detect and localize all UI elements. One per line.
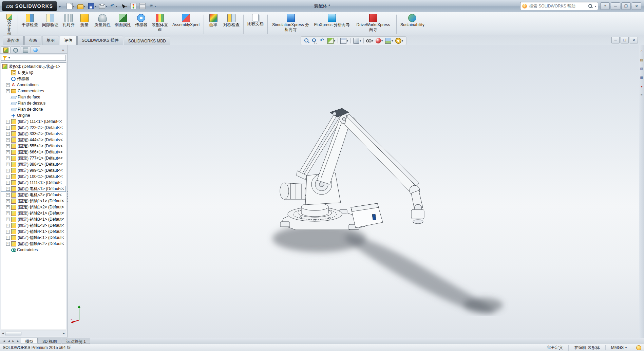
expand-icon[interactable]: +: [6, 126, 10, 130]
nav-first-button[interactable]: |◀: [1, 338, 6, 344]
tree-item[interactable]: +(固定) 销轴1<2> (Défaut<: [1, 204, 66, 210]
panel-tab-displaymanager[interactable]: [31, 47, 40, 53]
tree-filter-input[interactable]: [11, 56, 64, 60]
search-box[interactable]: ▾: [520, 2, 598, 10]
driveworksxpress-button[interactable]: DriveWorksXpress 向导: [352, 13, 394, 36]
assemblyxpert-button[interactable]: AssemblyXpert: [171, 13, 202, 36]
tree-item[interactable]: +(固定) 444<1> (Défaut<<: [1, 137, 66, 143]
expand-icon[interactable]: +: [6, 230, 10, 234]
status-icon[interactable]: [636, 345, 641, 350]
symmetry-check-button[interactable]: 对称检查: [222, 13, 241, 36]
tree-item[interactable]: +(固定) 777<1> (Défaut<<: [1, 155, 66, 161]
expand-icon[interactable]: +: [6, 199, 10, 203]
apply-scene-button[interactable]: ▾: [384, 38, 394, 44]
simulationxpress-button[interactable]: SimulationXpress 分析向导: [270, 13, 312, 36]
tree-item[interactable]: +(固定) 销轴4<1> (Défaut<: [1, 228, 66, 235]
edit-appearance-button[interactable]: ▾: [375, 38, 383, 43]
taskpane-file-explorer-button[interactable]: ▨: [640, 66, 643, 71]
restore-button[interactable]: ❐: [621, 2, 631, 10]
taskpane-home-button[interactable]: ⌂: [641, 49, 643, 53]
solidworks-logo[interactable]: DS SOLIDWORKS: [2, 1, 57, 11]
tree-item[interactable]: +(固定) 888<1> (Défaut<<: [1, 161, 66, 167]
tree-item[interactable]: Plan de droite: [1, 106, 66, 112]
tree-item[interactable]: +(固定) 销轴2<1> (Défaut<: [1, 210, 66, 216]
open-button[interactable]: ▾: [76, 3, 86, 10]
units-selector[interactable]: MMGS ▾: [605, 345, 632, 350]
expand-icon[interactable]: +: [6, 138, 10, 142]
tree-item[interactable]: Plan de face: [1, 94, 66, 100]
doc-restore-button[interactable]: ❐: [621, 37, 629, 43]
tree-horizontal-scrollbar[interactable]: ◀ ▶: [1, 331, 66, 336]
expand-icon[interactable]: +: [6, 163, 10, 166]
taskpane-view-palette-button[interactable]: ▦: [640, 75, 643, 80]
previous-view-button[interactable]: [319, 38, 326, 43]
search-icon[interactable]: [588, 4, 593, 8]
zoom-area-button[interactable]: [311, 38, 318, 43]
tree-item[interactable]: Origine: [1, 112, 66, 118]
taskpane-design-library-button[interactable]: ▤: [640, 57, 643, 62]
filter-dropdown-arrow-icon[interactable]: ▾: [8, 56, 10, 59]
tree-item[interactable]: +Commentaires: [1, 88, 66, 94]
tree-item[interactable]: Contraintes: [1, 247, 66, 253]
expand-icon[interactable]: +: [6, 156, 10, 160]
tree-item[interactable]: +(固定) 销轴5<1> (Défaut<: [1, 235, 66, 241]
expand-icon[interactable]: +: [6, 224, 10, 227]
expand-icon[interactable]: +: [6, 132, 10, 136]
tree-filter-box[interactable]: ▾: [1, 55, 66, 61]
expand-icon[interactable]: +: [6, 144, 10, 148]
file-properties-button[interactable]: [138, 2, 147, 10]
tree-item[interactable]: +Annotations: [1, 82, 66, 88]
assembly-visualization-button[interactable]: 装配体直观: [150, 13, 170, 36]
expand-icon[interactable]: +: [6, 83, 10, 87]
filter-funnel-icon[interactable]: [3, 56, 7, 60]
panel-tab-featuremanager[interactable]: [1, 47, 11, 53]
section-view-button[interactable]: ▾: [327, 38, 336, 44]
tree-item[interactable]: +(固定) 电机<1> (Défaut<<: [1, 186, 66, 192]
compare-documents-button[interactable]: 比较文档: [246, 13, 265, 36]
curvature-button[interactable]: 曲率: [206, 13, 221, 36]
bottom-tab-0[interactable]: 模型: [21, 338, 38, 344]
expand-icon[interactable]: +: [6, 120, 10, 124]
doc-close-button[interactable]: ✕: [630, 37, 638, 43]
panel-tabs-overflow[interactable]: »: [60, 48, 66, 53]
select-cursor-button[interactable]: ▾: [119, 3, 128, 10]
zoom-fit-button[interactable]: [303, 38, 310, 43]
tree-item[interactable]: +(固定) 100<1> (Défaut<<: [1, 173, 66, 180]
sustainability-button[interactable]: Sustainability: [399, 13, 426, 36]
robot-geometry[interactable]: [280, 108, 424, 230]
tree-item[interactable]: Plan de dessus: [1, 100, 66, 106]
expand-icon[interactable]: +: [6, 150, 10, 154]
expand-icon[interactable]: +: [6, 181, 10, 185]
tree-item[interactable]: +(固定) 1111<1> (Défaut<: [1, 180, 66, 186]
robot-model[interactable]: [263, 106, 521, 316]
command-tab-5[interactable]: SOLIDWORKS MBD: [124, 37, 170, 45]
expand-icon[interactable]: +: [6, 187, 10, 191]
minimize-button[interactable]: ─: [611, 2, 620, 10]
new-document-button[interactable]: ▾: [65, 2, 75, 10]
doc-minimize-button[interactable]: ─: [611, 37, 620, 43]
graphics-area[interactable]: x: [68, 45, 639, 338]
expand-icon[interactable]: +: [6, 218, 10, 221]
command-tab-3[interactable]: 评估: [60, 36, 77, 45]
print-button[interactable]: ▾: [98, 3, 108, 10]
interference-detection-button[interactable]: 干涉检查: [20, 13, 40, 36]
expand-icon[interactable]: +: [6, 236, 10, 240]
scroll-right-arrow-icon[interactable]: ▶: [62, 331, 66, 335]
panel-tab-propertymanager[interactable]: [11, 47, 20, 53]
tree-item[interactable]: 历史记录: [1, 70, 66, 76]
search-dropdown-arrow-icon[interactable]: ▾: [595, 5, 596, 8]
tree-item[interactable]: +(固定) 电机<2> (Défaut<: [1, 192, 66, 198]
help-button[interactable]: ?: [600, 2, 610, 10]
expand-icon[interactable]: +: [6, 211, 10, 215]
command-tab-1[interactable]: 布局: [24, 36, 41, 45]
nav-last-button[interactable]: ▶|: [16, 338, 21, 344]
command-tab-4[interactable]: SOLIDWORKS 插件: [77, 36, 123, 45]
design-study-button[interactable]: 设计算例: [3, 13, 16, 36]
save-button[interactable]: ▾: [87, 2, 97, 10]
hole-alignment-button[interactable]: 孔对齐: [61, 13, 76, 36]
search-input[interactable]: [529, 3, 586, 9]
tree-item[interactable]: +(固定) 222<1> (Défaut<<: [1, 125, 66, 131]
expand-icon[interactable]: +: [6, 242, 10, 246]
options-button[interactable]: ▾: [148, 3, 157, 10]
nav-next-button[interactable]: ▶: [11, 338, 16, 344]
